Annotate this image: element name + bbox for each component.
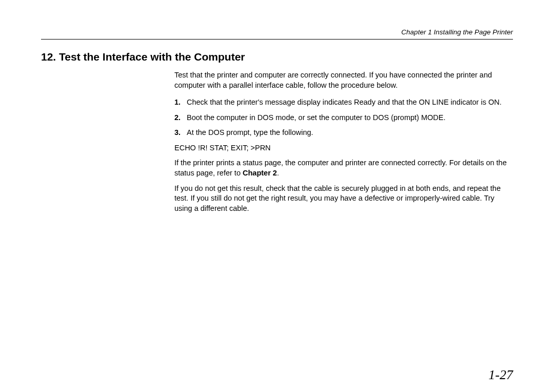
list-number: 2. — [174, 113, 185, 123]
chapter-header: Chapter 1 Installing the Page Printer — [41, 28, 513, 36]
command-line: ECHO !R! STAT; EXIT; >PRN — [174, 143, 513, 153]
list-text: At the DOS prompt, type the following. — [187, 128, 513, 138]
troubleshoot-paragraph: If you do not get this result, check tha… — [174, 184, 513, 214]
chapter-ref: Chapter 2 — [243, 169, 277, 177]
list-number: 3. — [174, 128, 185, 138]
intro-paragraph: Test that the printer and computer are c… — [174, 70, 513, 90]
content-block: Test that the printer and computer are c… — [174, 70, 513, 213]
section-heading: 12. Test the Interface with the Computer — [41, 51, 513, 63]
step-list: 1. Check that the printer's message disp… — [174, 97, 513, 138]
list-number: 1. — [174, 97, 185, 108]
list-item: 3. At the DOS prompt, type the following… — [174, 128, 513, 138]
page-number: 1-27 — [488, 367, 513, 383]
page-container: Chapter 1 Installing the Page Printer 12… — [0, 0, 554, 392]
list-text: Check that the printer's message display… — [187, 97, 513, 108]
header-rule — [41, 39, 513, 40]
list-text: Boot the computer in DOS mode, or set th… — [187, 113, 513, 123]
list-item: 1. Check that the printer's message disp… — [174, 97, 513, 108]
list-item: 2. Boot the computer in DOS mode, or set… — [174, 113, 513, 123]
result-paragraph: If the printer prints a status page, the… — [174, 158, 513, 178]
